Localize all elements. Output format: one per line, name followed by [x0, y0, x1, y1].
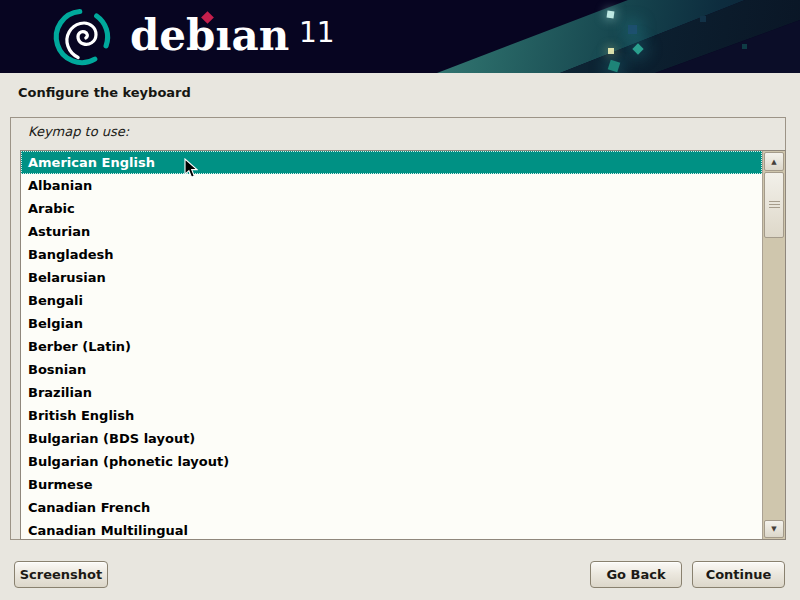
brand-version: 11	[299, 17, 335, 49]
list-item[interactable]: American English	[21, 151, 762, 174]
list-item[interactable]: Bulgarian (phonetic layout)	[21, 450, 762, 473]
list-item[interactable]: Canadian French	[21, 496, 762, 519]
list-item[interactable]: Bengali	[21, 289, 762, 312]
continue-button[interactable]: Continue	[692, 561, 785, 588]
list-item[interactable]: Berber (Latin)	[21, 335, 762, 358]
list-item[interactable]: British English	[21, 404, 762, 427]
keymap-listbox: American EnglishAlbanianArabicAsturianBa…	[20, 150, 786, 540]
screenshot-button[interactable]: Screenshot	[14, 561, 108, 588]
debian-swirl-logo-icon	[50, 5, 114, 69]
thumb-grip-icon	[769, 201, 780, 202]
page-title: Configure the keyboard	[18, 85, 191, 100]
vertical-scrollbar[interactable]: ▲ ▼	[762, 151, 785, 539]
list-item[interactable]: Albanian	[21, 174, 762, 197]
deco-square	[700, 16, 706, 22]
list-item[interactable]: Canadian Multilingual	[21, 519, 762, 539]
installer-banner: debıan 11	[0, 0, 800, 73]
list-item[interactable]: Asturian	[21, 220, 762, 243]
list-item[interactable]: Arabic	[21, 197, 762, 220]
list-item[interactable]: Brazilian	[21, 381, 762, 404]
keymap-question-label: Keymap to use:	[28, 124, 129, 139]
keymap-list: American EnglishAlbanianArabicAsturianBa…	[21, 151, 762, 539]
list-item[interactable]: Bulgarian (BDS layout)	[21, 427, 762, 450]
chevron-up-icon: ▲	[771, 158, 776, 166]
chevron-down-icon: ▼	[771, 525, 776, 533]
deco-square	[742, 44, 747, 49]
list-item[interactable]: Bosnian	[21, 358, 762, 381]
deco-square	[607, 11, 615, 19]
scroll-up-button[interactable]: ▲	[764, 152, 784, 171]
list-item[interactable]: Belarusian	[21, 266, 762, 289]
deco-square	[628, 25, 637, 34]
go-back-button[interactable]: Go Back	[590, 561, 682, 588]
scroll-down-button[interactable]: ▼	[764, 520, 784, 538]
list-item[interactable]: Burmese	[21, 473, 762, 496]
scrollbar-thumb[interactable]	[764, 172, 784, 238]
deco-square	[608, 48, 614, 54]
list-item[interactable]: Belgian	[21, 312, 762, 335]
list-item[interactable]: Bangladesh	[21, 243, 762, 266]
